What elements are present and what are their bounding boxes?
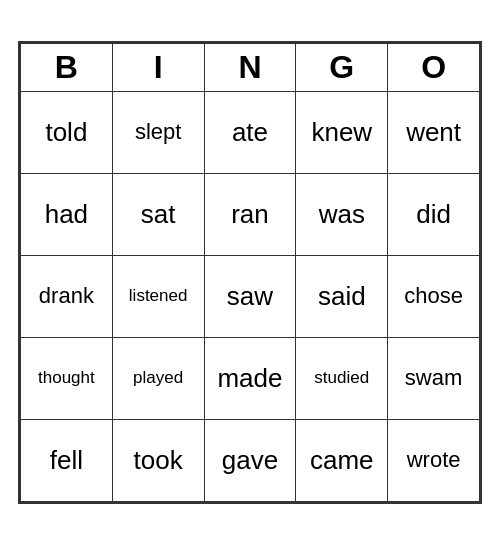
cell-word: ran xyxy=(209,199,292,230)
cell-word: made xyxy=(209,363,292,394)
bingo-cell-1-3: was xyxy=(296,173,388,255)
cell-word: went xyxy=(392,117,475,148)
bingo-row-0: toldsleptateknewwent xyxy=(21,91,480,173)
cell-word: ate xyxy=(209,117,292,148)
bingo-table: BINGO toldsleptateknewwenthadsatranwasdi… xyxy=(20,43,480,502)
bingo-cell-0-0: told xyxy=(21,91,113,173)
bingo-cell-2-3: said xyxy=(296,255,388,337)
bingo-cell-4-4: wrote xyxy=(388,419,480,501)
cell-word: wrote xyxy=(392,447,475,473)
header-cell-o: O xyxy=(388,43,480,91)
cell-word: swam xyxy=(392,365,475,391)
header-cell-g: G xyxy=(296,43,388,91)
header-row: BINGO xyxy=(21,43,480,91)
bingo-cell-3-1: played xyxy=(112,337,204,419)
bingo-cell-3-4: swam xyxy=(388,337,480,419)
cell-word: told xyxy=(25,117,108,148)
header-cell-b: B xyxy=(21,43,113,91)
bingo-card: BINGO toldsleptateknewwenthadsatranwasdi… xyxy=(18,41,482,504)
bingo-row-2: dranklistenedsawsaidchose xyxy=(21,255,480,337)
cell-word: drank xyxy=(25,283,108,309)
cell-word: knew xyxy=(300,117,383,148)
cell-word: chose xyxy=(392,283,475,309)
header-cell-i: I xyxy=(112,43,204,91)
bingo-cell-4-2: gave xyxy=(204,419,296,501)
bingo-cell-2-1: listened xyxy=(112,255,204,337)
cell-word: sat xyxy=(117,199,200,230)
cell-word: fell xyxy=(25,445,108,476)
bingo-cell-1-1: sat xyxy=(112,173,204,255)
bingo-cell-1-4: did xyxy=(388,173,480,255)
cell-word: was xyxy=(300,199,383,230)
cell-word: played xyxy=(117,368,200,388)
bingo-row-3: thoughtplayedmadestudiedswam xyxy=(21,337,480,419)
bingo-cell-0-4: went xyxy=(388,91,480,173)
cell-word: did xyxy=(392,199,475,230)
bingo-row-1: hadsatranwasdid xyxy=(21,173,480,255)
bingo-cell-2-2: saw xyxy=(204,255,296,337)
bingo-cell-1-2: ran xyxy=(204,173,296,255)
bingo-cell-0-2: ate xyxy=(204,91,296,173)
cell-word: came xyxy=(300,445,383,476)
cell-word: gave xyxy=(209,445,292,476)
bingo-cell-3-3: studied xyxy=(296,337,388,419)
bingo-cell-4-1: took xyxy=(112,419,204,501)
bingo-row-4: felltookgavecamewrote xyxy=(21,419,480,501)
cell-word: listened xyxy=(117,286,200,306)
bingo-cell-0-3: knew xyxy=(296,91,388,173)
bingo-cell-3-2: made xyxy=(204,337,296,419)
bingo-cell-2-4: chose xyxy=(388,255,480,337)
cell-word: thought xyxy=(25,368,108,388)
cell-word: slept xyxy=(117,119,200,145)
bingo-cell-1-0: had xyxy=(21,173,113,255)
cell-word: saw xyxy=(209,281,292,312)
cell-word: took xyxy=(117,445,200,476)
cell-word: studied xyxy=(300,368,383,388)
bingo-cell-2-0: drank xyxy=(21,255,113,337)
cell-word: had xyxy=(25,199,108,230)
bingo-cell-4-0: fell xyxy=(21,419,113,501)
cell-word: said xyxy=(300,281,383,312)
bingo-cell-4-3: came xyxy=(296,419,388,501)
header-cell-n: N xyxy=(204,43,296,91)
bingo-cell-0-1: slept xyxy=(112,91,204,173)
bingo-cell-3-0: thought xyxy=(21,337,113,419)
